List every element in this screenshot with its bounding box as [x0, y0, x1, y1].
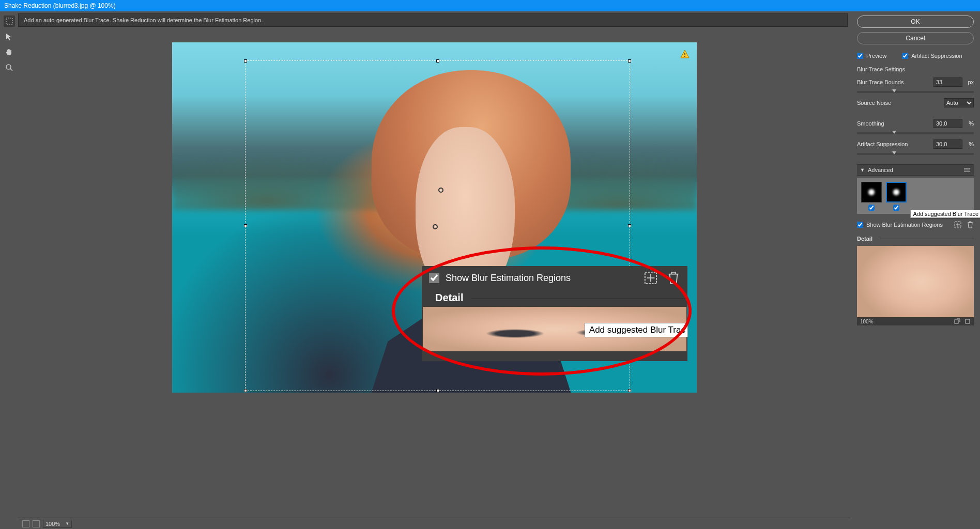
- artifact-suppression-checkbox[interactable]: [902, 53, 908, 59]
- add-blur-trace-icon[interactable]: [954, 221, 961, 228]
- artifact-suppression-input[interactable]: [933, 139, 962, 149]
- artifact-suppression-slider[interactable]: [857, 153, 974, 155]
- callout-add-blur-trace-icon[interactable]: [644, 271, 657, 285]
- callout-tooltip: Add suggested Blur Trac: [585, 323, 688, 337]
- window-title: Shake Reduction (blurred3.jpg @ 100%): [4, 2, 116, 9]
- blur-trace-list: [857, 178, 974, 214]
- panel-menu-icon[interactable]: [963, 167, 971, 173]
- callout-show-regions-checkbox[interactable]: [429, 273, 439, 283]
- source-noise-select[interactable]: Auto: [944, 98, 974, 107]
- detail-preview-image[interactable]: [857, 246, 974, 325]
- zoom-level-value: 100%: [45, 521, 60, 527]
- svg-rect-12: [966, 319, 970, 323]
- resize-handle-ne[interactable]: [628, 59, 631, 63]
- refresh-loupe-icon[interactable]: [964, 318, 971, 324]
- warning-icon: [680, 50, 690, 59]
- window-title-bar: Shake Reduction (blurred3.jpg @ 100%): [0, 0, 980, 11]
- preview-label: Preview: [866, 53, 886, 59]
- blur-trace-bounds-input[interactable]: [933, 77, 962, 87]
- smoothing-input[interactable]: [933, 119, 962, 128]
- direct-selection-tool-icon[interactable]: [4, 31, 15, 42]
- region-center-pin-1[interactable]: [438, 188, 443, 193]
- cancel-button[interactable]: Cancel: [857, 32, 974, 44]
- artifact-suppression-checkbox-row[interactable]: Artifact Suppression: [902, 51, 962, 61]
- blur-trace-bounds-slider[interactable]: [857, 91, 974, 93]
- blur-trace-item-1[interactable]: [861, 182, 882, 211]
- detail-label: Detail: [857, 236, 872, 242]
- preview-checkbox[interactable]: [857, 53, 863, 59]
- undock-loupe-icon[interactable]: [954, 318, 960, 324]
- percent-unit-1: %: [964, 120, 974, 127]
- view-mode-a-icon[interactable]: [22, 520, 29, 527]
- svg-rect-4: [684, 56, 685, 57]
- delete-blur-trace-icon[interactable]: [967, 221, 974, 228]
- view-mode-b-icon[interactable]: [33, 520, 40, 527]
- resize-handle-n[interactable]: [436, 59, 439, 63]
- ok-button[interactable]: OK: [857, 15, 974, 28]
- settings-heading: Blur Trace Settings: [857, 66, 974, 72]
- disclosure-triangle-icon: ▼: [860, 167, 865, 173]
- show-regions-checkbox[interactable]: [857, 222, 863, 228]
- advanced-section-header[interactable]: ▼ Advanced: [857, 164, 974, 176]
- smoothing-slider[interactable]: [857, 132, 974, 134]
- callout-panel: Show Blur Estimation Regions Detail Add …: [422, 266, 687, 361]
- detail-loupe-panel[interactable]: 100%: [857, 246, 974, 325]
- smoothing-row: Smoothing %: [857, 119, 974, 128]
- source-noise-label: Source Noise: [857, 100, 944, 106]
- smoothing-label: Smoothing: [857, 120, 933, 127]
- callout-show-regions-label: Show Blur Estimation Regions: [446, 273, 571, 284]
- svg-rect-0: [6, 18, 12, 24]
- advanced-label: Advanced: [868, 167, 893, 173]
- blur-trace-item-2-checkbox[interactable]: [893, 205, 899, 211]
- percent-unit-2: %: [964, 141, 974, 147]
- callout-delete-blur-trace-icon[interactable]: [667, 271, 680, 285]
- resize-handle-se[interactable]: [628, 389, 631, 392]
- status-bar: 100% ▼: [18, 518, 851, 529]
- resize-handle-s[interactable]: [436, 389, 439, 392]
- artifact-suppression-label: Artifact Suppression: [911, 53, 962, 59]
- blur-trace-bounds-row: Blur Trace Bounds px: [857, 77, 974, 87]
- svg-line-2: [10, 69, 12, 71]
- resize-handle-nw[interactable]: [244, 59, 247, 63]
- px-unit: px: [964, 79, 974, 85]
- right-panel: OK Cancel Preview Artifact Suppression B…: [851, 11, 980, 529]
- show-regions-row: Show Blur Estimation Regions: [857, 221, 974, 228]
- add-blur-trace-tooltip: Add suggested Blur Trace: [910, 210, 980, 218]
- blur-trace-item-2[interactable]: [886, 182, 907, 211]
- annotation-callout: Show Blur Estimation Regions Detail Add …: [392, 246, 692, 376]
- hand-tool-icon[interactable]: [4, 46, 15, 58]
- artifact-suppression-row: Artifact Suppression %: [857, 139, 974, 149]
- detail-footer: 100%: [857, 317, 974, 325]
- callout-detail-label: Detail: [435, 292, 463, 303]
- hint-text: Add an auto-generated Blur Trace. Shake …: [24, 17, 263, 23]
- chevron-down-icon: ▼: [65, 521, 69, 526]
- blur-trace-bounds-label: Blur Trace Bounds: [857, 79, 933, 85]
- blur-trace-item-1-checkbox[interactable]: [868, 205, 875, 211]
- detail-section-header: Detail: [857, 236, 974, 242]
- detail-zoom-value: 100%: [860, 319, 874, 324]
- zoom-tool-icon[interactable]: [4, 62, 15, 73]
- resize-handle-e[interactable]: [628, 224, 631, 227]
- preview-checkbox-row[interactable]: Preview: [857, 51, 886, 61]
- blur-trace-tool-icon[interactable]: [4, 15, 15, 27]
- left-toolbar: [0, 11, 18, 529]
- resize-handle-sw[interactable]: [244, 389, 247, 392]
- hint-bar: Add an auto-generated Blur Trace. Shake …: [18, 13, 848, 27]
- callout-detail-header: Detail: [422, 290, 687, 307]
- svg-rect-11: [955, 320, 958, 323]
- svg-rect-3: [684, 53, 685, 55]
- artifact-suppression-field-label: Artifact Suppression: [857, 141, 933, 147]
- region-center-pin-2[interactable]: [433, 224, 438, 229]
- show-regions-label: Show Blur Estimation Regions: [866, 222, 943, 228]
- svg-point-1: [6, 65, 11, 69]
- zoom-level-box[interactable]: 100% ▼: [43, 520, 72, 528]
- resize-handle-w[interactable]: [244, 224, 247, 227]
- source-noise-row: Source Noise Auto: [857, 98, 974, 107]
